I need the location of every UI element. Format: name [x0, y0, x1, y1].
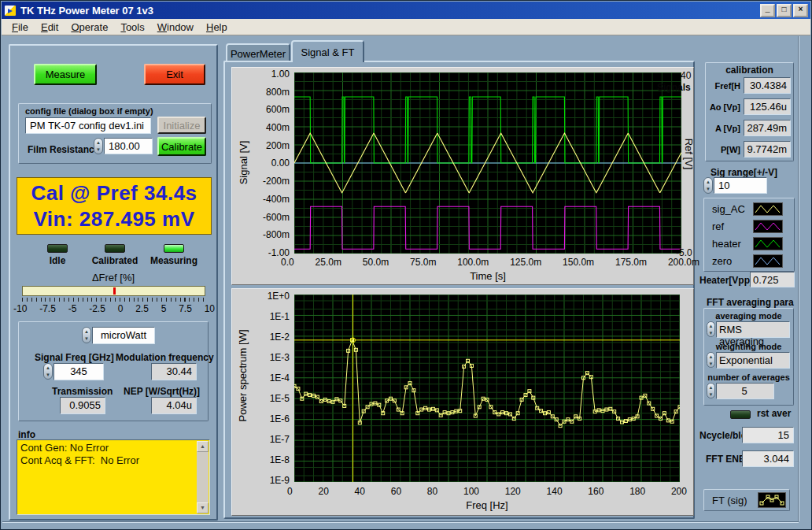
fft-averaging-title: FFT averaging para	[707, 297, 794, 308]
measure-button[interactable]: Measure	[34, 64, 97, 85]
ft-sig-swatch	[758, 492, 786, 508]
unit-select-stepper[interactable]: ▲▼	[82, 327, 91, 343]
averaging-mode-stepper[interactable]: ▲▼	[707, 321, 715, 337]
close-button[interactable]: ×	[793, 4, 808, 17]
scroll-down-icon[interactable]: ▼	[197, 502, 209, 513]
signal-freq-label: Signal Freq [GHz]	[35, 352, 114, 363]
legend-item-label: heater	[712, 238, 753, 250]
calibration-row: Ao [Vp]125.46u	[706, 96, 793, 117]
signals-y-axis: 1.00800m600m400m200m0.00-200m-400m-600m-…	[253, 69, 290, 258]
sig-range-label: Sig range[+/-V]	[710, 167, 777, 178]
calibration-row-value: 9.7742m	[744, 141, 791, 158]
menu-operate[interactable]: Operate	[65, 20, 114, 35]
ref-axis-top-tick: 40	[681, 70, 691, 81]
signals-x-tick: 125.0m	[510, 257, 541, 268]
calibration-row-label: Fref[H	[708, 81, 740, 91]
info-scrollbar[interactable]: ▲ ▼	[197, 441, 209, 513]
menu-help[interactable]: Help	[200, 20, 234, 35]
film-resistance-stepper[interactable]: ▲▼	[94, 138, 103, 154]
film-resistance-input[interactable]: 180.00	[104, 138, 153, 154]
spectrum-y-axis-title: Power spectrum [W]	[237, 354, 249, 422]
menu-file[interactable]: File	[6, 20, 35, 35]
legend-item-label: ref	[712, 221, 753, 232]
minimize-button[interactable]: _	[760, 4, 775, 17]
spectrum-y-tick: 1E-8	[270, 454, 290, 465]
spectrum-plot-area[interactable]	[294, 295, 680, 482]
rst-aver-led[interactable]	[730, 410, 751, 419]
legend-item-zero[interactable]: zero	[704, 252, 794, 269]
legend-item-label: sig_AC	[712, 203, 753, 215]
slider-scale-label: 2.5	[135, 303, 149, 314]
app-icon	[4, 5, 17, 17]
calibration-row-value: 287.49m	[744, 120, 791, 136]
calibrate-button[interactable]: Calibrate	[157, 137, 206, 156]
dfref-slider[interactable]	[22, 286, 205, 296]
status-display-line1: Cal @ Pref 34.4s	[31, 180, 197, 206]
config-file-input[interactable]: PM TK-07 config dev1.ini	[25, 117, 151, 134]
mod-freq-value: 30.44	[151, 363, 197, 380]
ref-axis-bottom-tick: -5.0	[676, 247, 692, 258]
tab-powermeter[interactable]: PowerMeter	[226, 43, 290, 62]
signals-x-tick: 100.0m	[457, 257, 489, 268]
exit-button[interactable]: Exit	[144, 64, 205, 85]
window-title: TK THz Power Meter 07 1v3	[20, 5, 758, 17]
signals-y-tick: -400m	[263, 194, 290, 205]
signals-y-tick: 600m	[266, 104, 290, 115]
legend-item-swatch	[753, 254, 783, 268]
signals-y-tick: 1.00	[271, 69, 290, 80]
spectrum-x-tick: 140	[547, 486, 563, 497]
menu-edit[interactable]: Edit	[35, 20, 65, 35]
spectrum-x-tick: 0	[287, 486, 293, 497]
tab-signal-ft[interactable]: Signal & FT	[291, 40, 364, 62]
legend-item-swatch	[753, 220, 783, 233]
spectrum-x-tick: 160	[588, 486, 603, 497]
calibration-row-label: P[W]	[708, 145, 740, 154]
scroll-up-icon[interactable]: ▲	[197, 441, 209, 452]
spectrum-x-axis: 020406080100120140160180200	[287, 486, 687, 497]
num-averages-input[interactable]: 5	[716, 383, 774, 399]
signals-x-tick: 150.0m	[563, 257, 594, 268]
power-spectrum-graph: 1E+01E-11E-21E-31E-41E-51E-61E-71E-81E-9…	[231, 288, 694, 516]
spectrum-x-tick: 120	[505, 486, 521, 497]
signals-y-tick: 800m	[266, 87, 290, 98]
legend-item-sig_ac[interactable]: sig_AC	[704, 200, 794, 217]
spectrum-x-tick: 80	[427, 486, 437, 497]
spectrum-y-tick: 1E+0	[268, 291, 290, 302]
slider-scale-label: -7.5	[39, 303, 56, 314]
num-averages-stepper[interactable]: ▲▼	[707, 383, 715, 398]
legend-item-swatch	[753, 202, 783, 216]
sig-range-stepper[interactable]: ▲▼	[703, 177, 713, 194]
signals-y-tick: -200m	[263, 176, 290, 187]
spectrum-x-tick: 200	[671, 486, 687, 497]
slider-scale-label: 7.5	[179, 303, 192, 314]
averaging-mode-select[interactable]: RMS averaging	[716, 321, 790, 338]
spectrum-y-axis: 1E+01E-11E-21E-31E-41E-51E-61E-71E-81E-9	[256, 291, 290, 486]
heater-vpp-label: Heater[Vpp]	[699, 275, 753, 286]
slider-scale-label: -10	[13, 303, 27, 314]
heater-vpp-value: 0.725	[750, 272, 795, 287]
calibration-title: calibration	[706, 65, 793, 76]
measurement-group: ▲▼ microWatt Signal Freq [GHz] Modulatio…	[18, 321, 209, 421]
signal-freq-input[interactable]: 345	[54, 363, 104, 380]
calibration-row: P[W]9.7742m	[706, 139, 793, 160]
sig-range-input[interactable]: 10	[714, 177, 767, 194]
legend-item-ref[interactable]: ref	[704, 217, 794, 235]
unit-select[interactable]: microWatt	[92, 327, 155, 344]
ft-sig-legend[interactable]: FT (sig)	[703, 489, 790, 511]
transmission-label: Transmission	[52, 386, 113, 397]
signal-freq-stepper[interactable]: ▲▼	[43, 363, 53, 380]
config-file-label: config file (dialog box if empty)	[25, 106, 153, 116]
maximize-button[interactable]: □	[777, 4, 792, 17]
spectrum-x-tick: 180	[629, 486, 645, 497]
menu-tools[interactable]: Tools	[114, 20, 150, 35]
menu-window[interactable]: Window	[151, 20, 200, 35]
signals-plot-area[interactable]	[294, 72, 681, 254]
status-display: Cal @ Pref 34.4s Vin: 287.495 mV	[17, 177, 212, 235]
weighting-mode-stepper[interactable]: ▲▼	[707, 352, 715, 368]
initialize-button[interactable]: Initialize	[157, 117, 206, 134]
legend-item-heater[interactable]: heater	[704, 235, 794, 252]
dfref-slider-needle[interactable]	[113, 287, 116, 295]
weighting-mode-select[interactable]: Exponential	[716, 352, 790, 369]
spectrum-y-tick: 1E-1	[270, 311, 290, 322]
film-resistance-label: Film Resistance	[28, 144, 99, 155]
